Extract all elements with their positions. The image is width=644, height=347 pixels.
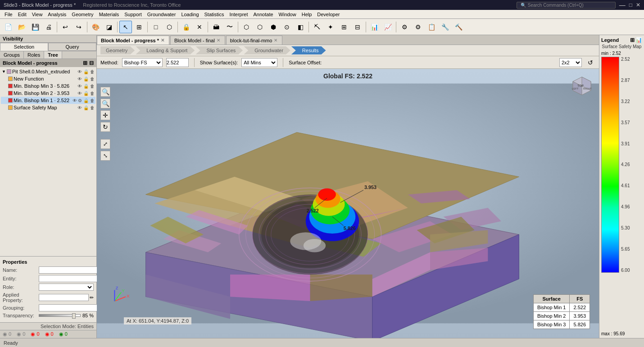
- legend-icon2[interactable]: 📊: [635, 37, 642, 43]
- grouping-input[interactable]: [39, 304, 99, 311]
- refresh-button[interactable]: ↺: [585, 58, 595, 68]
- tab-block-model-final[interactable]: Block Model - final ✕: [170, 36, 225, 45]
- viewport-3d[interactable]: 3.953 2.522 5.826 X Y Z: [97, 69, 599, 338]
- fs-value-input[interactable]: [166, 58, 189, 67]
- model3-button[interactable]: ⬢: [267, 21, 280, 33]
- list-item[interactable]: Surface Safety Map 👁 🔒 🗑: [1, 104, 95, 111]
- print-button[interactable]: 🖨: [42, 21, 55, 33]
- count-button[interactable]: ⊞: [133, 21, 145, 33]
- tab-close-icon[interactable]: ✕: [274, 38, 277, 43]
- menu-item-annotate[interactable]: Annotate: [251, 12, 276, 17]
- star-button[interactable]: ✦: [324, 21, 337, 33]
- list-item[interactable]: New Function 👁 🔒 🗑: [1, 75, 95, 82]
- wf-geometry[interactable]: Geometry: [100, 46, 135, 54]
- menu-item-interpret[interactable]: Interpret: [227, 12, 251, 17]
- lock-button[interactable]: 🔒: [180, 21, 192, 33]
- rotate-button[interactable]: ↻: [100, 122, 110, 132]
- undo-button[interactable]: ↩: [59, 21, 72, 33]
- wf-slip[interactable]: Slip Surfaces: [195, 46, 243, 54]
- minus-button[interactable]: ⊟: [351, 21, 364, 33]
- mine-button[interactable]: ⛏: [311, 21, 323, 33]
- zoom-in-button[interactable]: 🔍: [100, 87, 110, 97]
- hammer-button[interactable]: 🔨: [452, 21, 465, 33]
- shading-button[interactable]: ◪: [103, 21, 115, 33]
- linechart-button[interactable]: 📈: [381, 21, 394, 33]
- save-button[interactable]: 💾: [29, 21, 41, 33]
- pan-button[interactable]: ✛: [100, 110, 110, 120]
- menu-item-groundwater[interactable]: Groundwater: [145, 12, 179, 17]
- wf-results[interactable]: Results: [291, 46, 326, 54]
- menu-item-loading[interactable]: Loading: [178, 12, 201, 17]
- list-item[interactable]: ▼ Pit Shell.0.Mesh_extruded 👁 🔒 🗑: [1, 68, 95, 75]
- menu-item-statistics[interactable]: Statistics: [202, 12, 227, 17]
- menu-item-support[interactable]: Support: [122, 12, 145, 17]
- close-x-button[interactable]: ✕: [193, 21, 206, 33]
- tab-close-icon[interactable]: ✕: [161, 38, 164, 43]
- list-item[interactable]: Min. Bishop Min 1 · 2.522 👁 ⚙ 🔒 🗑: [1, 97, 95, 104]
- applied-property-edit-icon[interactable]: ✏: [90, 295, 94, 301]
- list-item[interactable]: Min. Bishop Min 2 · 3.953 👁 🔒 🗑: [1, 90, 95, 97]
- tab-block-model-progress[interactable]: Block Model - progress * ✕: [97, 36, 169, 45]
- wave-button[interactable]: 〜: [223, 21, 236, 33]
- model4-button[interactable]: ⊙: [281, 21, 293, 33]
- legend-title-bar: Legend ⊞ 📊: [601, 37, 642, 43]
- nav-cube[interactable]: TOP LEFT RIGHT: [568, 72, 595, 99]
- query-tab[interactable]: Query: [48, 43, 96, 51]
- roles-tab[interactable]: Roles: [24, 51, 44, 59]
- wf-loading[interactable]: Loading & Support: [136, 46, 195, 54]
- hex-button[interactable]: ⬡: [163, 21, 176, 33]
- collapse-icon[interactable]: ⊟: [89, 60, 94, 66]
- box-button[interactable]: □: [150, 21, 162, 33]
- tab-close-icon[interactable]: ✕: [217, 38, 220, 43]
- fit-selected-button[interactable]: ⤡: [100, 151, 110, 161]
- zoom-out-button[interactable]: 🔍: [100, 99, 110, 108]
- color-button[interactable]: 🎨: [89, 21, 102, 33]
- grid-select[interactable]: 2x2: [559, 58, 582, 67]
- menu-item-analysis[interactable]: Analysis: [45, 12, 69, 17]
- model2-button[interactable]: ⬡: [254, 21, 266, 33]
- minimize-btn[interactable]: —: [619, 1, 626, 9]
- entity-input[interactable]: [39, 275, 99, 282]
- selection-mode-label: Selection Mode: Entities: [0, 322, 96, 330]
- workflow-bar: Geometry Loading & Support Slip Surfaces…: [97, 45, 599, 56]
- selection-tab[interactable]: Selection: [0, 43, 48, 51]
- menu-item-file[interactable]: File: [2, 12, 15, 17]
- menu-item-edit[interactable]: Edit: [15, 12, 29, 17]
- terrain-button[interactable]: 🏔: [210, 21, 222, 33]
- search-bar[interactable]: 🔍 Search Commands (Ctrl+Q): [517, 2, 616, 9]
- method-select[interactable]: Bishop FS: [122, 58, 163, 67]
- list-item[interactable]: Min. Bishop Min 3 · 5.826 👁 🔒 🗑: [1, 82, 95, 90]
- tree-tab[interactable]: Tree: [44, 51, 62, 59]
- expand-icon[interactable]: ⊞: [83, 60, 87, 66]
- chart-button[interactable]: 📊: [368, 21, 381, 33]
- role-select[interactable]: [39, 284, 94, 291]
- open-button[interactable]: 📂: [15, 21, 28, 33]
- transparency-slider[interactable]: [39, 314, 81, 317]
- menu-item-geometry[interactable]: Geometry: [69, 12, 96, 17]
- wrench-button[interactable]: 🔧: [439, 21, 451, 33]
- menu-item-window[interactable]: Window: [276, 12, 299, 17]
- name-input[interactable]: [39, 266, 99, 274]
- applied-property-input[interactable]: [39, 294, 89, 301]
- settings1-button[interactable]: ⚙: [398, 21, 411, 33]
- list-button[interactable]: 📋: [425, 21, 438, 33]
- groups-tab[interactable]: Groups: [0, 51, 24, 59]
- legend-icon1[interactable]: ⊞: [630, 37, 635, 43]
- close-btn[interactable]: ✕: [636, 2, 640, 8]
- select-button[interactable]: ↖: [119, 21, 132, 33]
- model1-button[interactable]: ⬡: [240, 21, 253, 33]
- fit-all-button[interactable]: ⤢: [100, 139, 110, 149]
- show-surfaces-select[interactable]: All Mins: [241, 58, 277, 67]
- grid-button[interactable]: ⊞: [338, 21, 350, 33]
- menu-item-help[interactable]: Help: [299, 12, 315, 17]
- settings2-button[interactable]: ⚙: [412, 21, 424, 33]
- maximize-btn[interactable]: □: [629, 2, 632, 8]
- menu-item-developer[interactable]: Developer: [314, 12, 342, 17]
- menu-item-view[interactable]: View: [29, 12, 45, 17]
- wf-groundwater[interactable]: Groundwater: [244, 46, 290, 54]
- new-button[interactable]: 📄: [2, 21, 14, 33]
- tab-block-tut-final[interactable]: block-tut-final-mmo ✕: [226, 36, 283, 45]
- menu-item-materials[interactable]: Materials: [96, 12, 122, 17]
- model5-button[interactable]: ◧: [294, 21, 307, 33]
- redo-button[interactable]: ↪: [73, 21, 85, 33]
